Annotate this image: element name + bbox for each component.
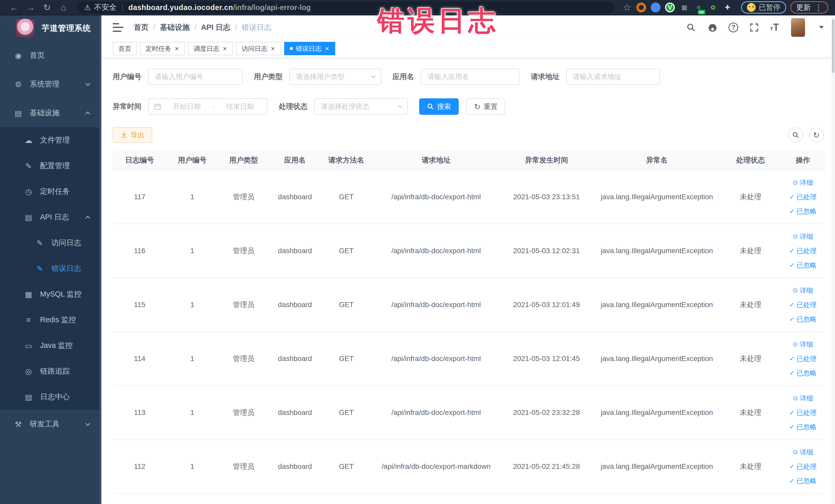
sidebar-item-config-management[interactable]: ✎配置管理 <box>0 153 101 179</box>
breadcrumb-infrastructure[interactable]: 基础设施 <box>160 22 190 33</box>
ignored-link[interactable]: ✓已忽略 <box>789 367 816 380</box>
breadcrumb-separator: / <box>194 23 196 32</box>
user-id-input[interactable] <box>148 68 243 85</box>
user-avatar[interactable] <box>791 18 805 37</box>
sidebar-item-scheduled-task[interactable]: ◷定时任务 <box>0 179 101 204</box>
page-scrollbar[interactable] <box>831 15 835 504</box>
sidebar-item-api-log[interactable]: ▤API 日志 <box>0 204 101 230</box>
sidebar-item-log-center[interactable]: ▤日志中心 <box>0 384 101 410</box>
processed-link[interactable]: ✓已处理 <box>789 244 816 257</box>
sidebar-toggle-icon[interactable] <box>113 23 123 32</box>
toggle-search-button[interactable] <box>788 127 803 142</box>
reload-icon[interactable]: ↻ <box>40 2 55 13</box>
screen: ← → ↻ ⌂ ⚠ 不安全 dashboard.yudao.iocoder.cn… <box>0 0 835 504</box>
detail-link[interactable]: ⊙详细 <box>793 446 813 459</box>
user-type-select[interactable]: 请选择用户类型 <box>289 68 381 85</box>
request-url-label: 请求地址 <box>531 72 559 82</box>
close-icon[interactable]: × <box>270 45 275 52</box>
browser-update-button[interactable]: 更新 ⋮ <box>790 1 828 14</box>
adblock-icon[interactable] <box>636 3 646 12</box>
breadcrumb-home[interactable]: 首页 <box>134 22 149 33</box>
detail-link[interactable]: ⊙详细 <box>793 392 813 405</box>
onetab-icon[interactable]: ≡on <box>694 3 704 12</box>
reset-button[interactable]: ↻ 重置 <box>466 98 505 115</box>
actions-cell: ⊙详细✓已处理✓已忽略 <box>780 230 826 271</box>
detail-link[interactable]: ⊙详细 <box>793 338 813 351</box>
sidebar-item-infrastructure[interactable]: ▤基础设施 <box>0 99 101 127</box>
tab-home[interactable]: 首页 <box>113 42 137 55</box>
tab-access-log[interactable]: 访问日志× <box>236 42 281 55</box>
sidebar-item-home[interactable]: ◉首页 <box>0 41 101 70</box>
chevron-up-icon <box>85 216 90 221</box>
sidebar-item-file-management[interactable]: ☁文件管理 <box>0 127 101 153</box>
address-bar[interactable]: ⚠ 不安全 dashboard.yudao.iocoder.cn/infra/l… <box>77 2 614 13</box>
detail-link[interactable]: ⊙详细 <box>793 230 813 243</box>
log-doc-icon: ▤ <box>23 213 34 222</box>
sidebar-item-java-monitor[interactable]: ▭Java 监控 <box>0 333 101 358</box>
request-url-input[interactable] <box>566 68 660 85</box>
scrollbar-thumb[interactable] <box>832 19 834 73</box>
search-button[interactable]: 搜索 <box>419 98 459 115</box>
browser-menu-icon[interactable]: ⋮ <box>815 3 822 12</box>
process-status-select[interactable]: 请选择处理状态 <box>314 98 408 115</box>
forward-icon[interactable]: → <box>23 3 38 13</box>
back-icon[interactable]: ← <box>7 3 22 13</box>
cell-url: /api/infra/db-doc/export-markdown <box>372 462 500 471</box>
font-size-icon[interactable]: тT <box>770 22 779 33</box>
processed-link[interactable]: ✓已处理 <box>789 406 816 419</box>
ignored-link[interactable]: ✓已忽略 <box>789 259 816 271</box>
chevron-down-icon[interactable] <box>819 26 824 29</box>
sprout-icon[interactable]: ✿ <box>708 3 718 12</box>
breadcrumb-api-log[interactable]: API 日志 <box>201 22 230 33</box>
detail-link[interactable]: ⊙详细 <box>793 284 813 297</box>
app-name-input[interactable] <box>421 68 520 85</box>
sidebar-scrollbar[interactable] <box>99 15 101 504</box>
sidebar-item-error-log[interactable]: ✎错误日志 <box>0 256 101 281</box>
github-icon[interactable] <box>707 22 718 33</box>
processed-link[interactable]: ✓已处理 <box>789 352 816 365</box>
sidebar-item-label: 链路追踪 <box>40 366 70 377</box>
export-button[interactable]: 导出 <box>113 127 152 143</box>
tab-scheduled-task[interactable]: 定时任务× <box>140 42 185 55</box>
processed-link[interactable]: ✓已处理 <box>789 190 816 203</box>
sidebar-item-trace[interactable]: ◎链路追踪 <box>0 358 101 384</box>
action-label: 详细 <box>800 284 813 297</box>
ignored-link[interactable]: ✓已忽略 <box>789 205 816 218</box>
processed-link[interactable]: ✓已处理 <box>789 298 816 311</box>
ignored-link[interactable]: ✓已忽略 <box>789 421 816 434</box>
tab-error-log[interactable]: 错误日志× <box>284 42 335 55</box>
fullscreen-icon[interactable] <box>749 22 760 33</box>
sidebar-item-mysql-monitor[interactable]: ▦MySQL 监控 <box>0 281 101 307</box>
help-icon[interactable]: ? <box>729 23 738 32</box>
processed-link[interactable]: ✓已处理 <box>789 460 816 473</box>
dashboard-icon: ◉ <box>12 51 24 60</box>
home-icon[interactable]: ⌂ <box>56 3 71 13</box>
tab-schedule-log[interactable]: 调度日志× <box>188 42 233 55</box>
bookmark-star-icon[interactable]: ☆ <box>623 2 631 13</box>
detail-link[interactable]: ⊙详细 <box>793 176 813 189</box>
cell-url: /api/infra/db-doc/export-html <box>372 355 500 363</box>
clock-icon: ◷ <box>23 187 34 196</box>
close-icon[interactable]: × <box>325 45 330 52</box>
sidebar-item-redis-monitor[interactable]: ≡Redis 监控 <box>0 307 101 333</box>
v-extension-icon[interactable]: V <box>665 3 675 12</box>
tab-label: 调度日志 <box>194 44 219 53</box>
check-icon: ✓ <box>789 244 794 257</box>
ignored-link[interactable]: ✓已忽略 <box>789 313 816 326</box>
vpn-shield-icon[interactable] <box>651 3 660 12</box>
tab-grid-icon[interactable]: ▦ <box>679 3 689 12</box>
date-range-picker[interactable]: 开始日期 - 结束日期 <box>148 98 267 115</box>
search-icon[interactable] <box>685 22 697 33</box>
paused-extension-badge[interactable]: 已暂停 <box>741 1 786 14</box>
ignored-link[interactable]: ✓已忽略 <box>789 475 816 487</box>
check-icon: ✓ <box>789 352 794 365</box>
app-logo[interactable]: 芋道管理系统 <box>0 15 101 41</box>
sidebar-item-access-log[interactable]: ✎访问日志 <box>0 230 101 256</box>
close-icon[interactable]: × <box>222 45 227 52</box>
sidebar-item-system-management[interactable]: ⚙系统管理 <box>0 70 101 99</box>
close-icon[interactable]: × <box>174 45 179 52</box>
cell-status: 未处理 <box>721 300 780 310</box>
sidebar-item-dev-tools[interactable]: ⚒研发工具 <box>0 410 101 439</box>
refresh-button[interactable]: ↻ <box>809 127 824 142</box>
puzzle-icon[interactable]: ✚ <box>722 3 732 12</box>
